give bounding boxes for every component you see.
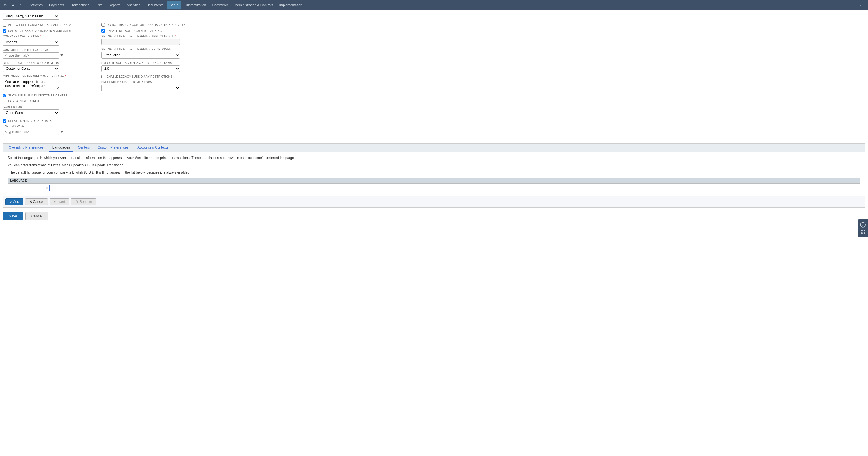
add-button[interactable]: ✔ Add xyxy=(5,198,23,205)
top-navigation: ↺ ★ ⌂ Activities Payments Transactions L… xyxy=(0,0,868,10)
default-role-label: DEFAULT ROLE FOR NEW CUSTOMERS xyxy=(3,61,93,64)
language-input-cell xyxy=(8,184,860,192)
nav-item-analytics[interactable]: Analytics xyxy=(124,1,143,9)
tab-languages[interactable]: Languages xyxy=(49,144,73,152)
use-state-abbrev-checkbox[interactable] xyxy=(3,29,6,33)
nav-item-implementation[interactable]: Implementation xyxy=(277,1,305,9)
back-icon[interactable]: ↺ xyxy=(2,1,8,9)
nav-item-commerce[interactable]: Commerce xyxy=(209,1,231,9)
nav-icon-group: ↺ ★ ⌂ xyxy=(2,1,23,9)
company-selector[interactable]: King Energy Services Inc. xyxy=(3,13,59,20)
delay-loading-checkbox[interactable] xyxy=(3,119,6,123)
logo-folder-label: COMPANY LOGO FOLDER * xyxy=(3,35,93,38)
dot-9 xyxy=(864,233,865,234)
show-help-link-label: SHOW HELP LINK IN CUSTOMER CENTER xyxy=(8,94,67,97)
execute-suitescript-group: EXECUTE SUITESCRIPT 2.X SERVER SCRIPTS A… xyxy=(101,61,865,72)
allow-freeform-label: ALLOW FREE-FORM STATES IN ADDRESSES xyxy=(8,23,71,26)
nav-item-reports[interactable]: Reports xyxy=(106,1,123,9)
delay-loading-row: DELAY LOADING OF SUBLISTS xyxy=(3,119,93,123)
cc-login-page-label: CUSTOMER CENTER LOGIN PAGE xyxy=(3,49,93,52)
horizontal-labels-checkbox[interactable] xyxy=(3,99,6,103)
star-icon[interactable]: ★ xyxy=(10,1,16,9)
tabs-bar: Overriding Preferences• Languages Center… xyxy=(3,144,865,152)
dot-8 xyxy=(862,233,864,234)
nav-item-customization[interactable]: Customization xyxy=(182,1,209,9)
help-dots-grid xyxy=(861,230,865,234)
tab-centers[interactable]: Centers xyxy=(74,144,93,152)
nav-item-lists[interactable]: Lists xyxy=(93,1,105,9)
guided-learning-env-select[interactable]: Production xyxy=(101,52,180,59)
do-not-display-surveys-checkbox[interactable] xyxy=(101,23,105,27)
welcome-message-required: * xyxy=(65,75,66,78)
delay-loading-label: DELAY LOADING OF SUBLISTS xyxy=(8,119,52,122)
save-button[interactable]: Save xyxy=(3,212,23,220)
dot-4 xyxy=(861,232,862,233)
cancel-table-button[interactable]: ✖ Cancel xyxy=(25,198,48,205)
home-icon[interactable]: ⌂ xyxy=(18,1,23,9)
help-info-icon[interactable]: i xyxy=(860,222,866,227)
default-lang-highlight: The default language for your company is… xyxy=(8,170,95,175)
main-layout: ALLOW FREE-FORM STATES IN ADDRESSES USE … xyxy=(3,23,865,138)
tab-accounting-contexts[interactable]: Accounting Contexts xyxy=(134,144,172,152)
enable-guided-learning-row: ENABLE NETSUITE GUIDED LEARNING xyxy=(101,29,865,33)
nav-item-payments[interactable]: Payments xyxy=(46,1,67,9)
logo-folder-group: COMPANY LOGO FOLDER * Images xyxy=(3,35,93,45)
left-column: ALLOW FREE-FORM STATES IN ADDRESSES USE … xyxy=(3,23,93,138)
nav-item-documents[interactable]: Documents xyxy=(144,1,166,9)
landing-page-input[interactable] xyxy=(3,129,59,135)
welcome-message-textarea[interactable]: You are logged in as a customer of {#Com… xyxy=(3,79,59,90)
cancel-main-button[interactable]: Cancel xyxy=(25,212,49,220)
enable-legacy-restrictions-checkbox[interactable] xyxy=(101,75,105,79)
screen-font-select[interactable]: Open Sans xyxy=(3,110,59,116)
guided-learning-env-group: SET NETSUITE GUIDED LEARNING ENVIRONMENT… xyxy=(101,48,865,59)
language-table: LANGUAGE xyxy=(8,178,860,192)
execute-suitescript-select[interactable]: 2.0 xyxy=(101,65,180,72)
page-content: King Energy Services Inc. ALLOW FREE-FOR… xyxy=(0,10,868,456)
nav-item-transactions[interactable]: Transactions xyxy=(67,1,92,9)
guided-learning-id-required: * xyxy=(175,35,176,38)
nav-item-activities[interactable]: Activities xyxy=(27,1,45,9)
horizontal-labels-label: HORIZONTAL LABELS xyxy=(8,100,39,103)
guided-learning-id-label: SET NETSUITE GUIDED LEARNING APPLICATION… xyxy=(101,35,865,38)
default-role-group: DEFAULT ROLE FOR NEW CUSTOMERS Customer … xyxy=(3,61,93,72)
welcome-message-group: CUSTOMER CENTER WELCOME MESSAGE * You ar… xyxy=(3,75,93,91)
language-input-row xyxy=(8,184,860,192)
insert-button[interactable]: + Insert xyxy=(50,198,69,205)
remove-button[interactable]: 🗑 Remove xyxy=(71,198,96,205)
nav-item-setup[interactable]: Setup xyxy=(167,1,181,9)
tab-custom-preferences[interactable]: Custom Preferences• xyxy=(94,144,133,152)
allow-freeform-checkbox[interactable] xyxy=(3,23,6,27)
language-row-select[interactable] xyxy=(10,185,50,191)
languages-description-1: Select the languages in which you want t… xyxy=(8,155,860,160)
logo-folder-select[interactable]: Images xyxy=(3,39,59,45)
tab-overriding-preferences[interactable]: Overriding Preferences• xyxy=(5,144,48,152)
execute-suitescript-label: EXECUTE SUITESCRIPT 2.X SERVER SCRIPTS A… xyxy=(101,61,865,64)
logo-folder-required: * xyxy=(40,35,41,38)
use-state-abbrev-label: USE STATE ABBREVIATIONS IN ADDRESSES xyxy=(8,29,71,32)
language-col-header: LANGUAGE xyxy=(8,178,860,184)
preferred-subcustomer-select[interactable] xyxy=(101,85,180,91)
nav-more-button[interactable]: ··· xyxy=(858,2,866,8)
dot-2 xyxy=(862,230,864,231)
guided-learning-id-input[interactable]: •••••••••••••••••• xyxy=(101,39,180,45)
use-state-abbrev-row: USE STATE ABBREVIATIONS IN ADDRESSES xyxy=(3,29,93,33)
screen-font-group: SCREEN FONT Open Sans xyxy=(3,105,93,116)
do-not-display-surveys-label: DO NOT DISPLAY CUSTOMER SATISFACTION SUR… xyxy=(106,23,185,26)
default-lang-notice: The default language for your company is… xyxy=(8,170,860,175)
help-widget[interactable]: i xyxy=(858,219,868,237)
show-help-link-checkbox[interactable] xyxy=(3,94,6,97)
languages-description-2: You can enter translations at Lists > Ma… xyxy=(8,162,860,168)
cc-login-page-group: CUSTOMER CENTER LOGIN PAGE ▼ xyxy=(3,49,93,59)
default-role-select[interactable]: Customer Center xyxy=(3,65,59,72)
show-help-link-row: SHOW HELP LINK IN CUSTOMER CENTER xyxy=(3,94,93,97)
company-selector-row: King Energy Services Inc. xyxy=(3,13,865,20)
preferred-subcustomer-label: PREFERRED SUBCUSTOMER FORM xyxy=(101,81,865,84)
tabs-section: Overriding Preferences• Languages Center… xyxy=(3,144,865,208)
enable-guided-learning-checkbox[interactable] xyxy=(101,29,105,33)
dot-6 xyxy=(864,232,865,233)
nav-item-admin[interactable]: Administration & Controls xyxy=(232,1,276,9)
cc-login-page-input[interactable] xyxy=(3,52,59,59)
screen-font-label: SCREEN FONT xyxy=(3,105,93,109)
horizontal-labels-row: HORIZONTAL LABELS xyxy=(3,99,93,103)
preferred-subcustomer-group: PREFERRED SUBCUSTOMER FORM xyxy=(101,81,865,91)
